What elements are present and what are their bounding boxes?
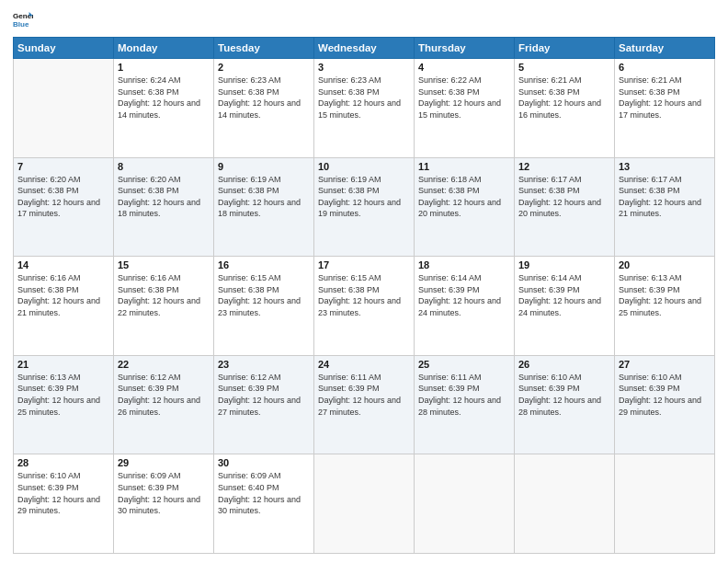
day-info: Sunrise: 6:15 AMSunset: 6:38 PMDaylight:…: [318, 272, 410, 318]
day-info: Sunrise: 6:12 AMSunset: 6:39 PMDaylight:…: [218, 372, 310, 418]
page: General Blue SundayMondayTuesdayWednesda…: [0, 0, 728, 563]
day-info: Sunrise: 6:09 AMSunset: 6:40 PMDaylight:…: [218, 470, 310, 516]
day-number: 14: [17, 259, 109, 270]
day-number: 11: [418, 161, 510, 172]
calendar-cell: 3Sunrise: 6:23 AMSunset: 6:38 PMDaylight…: [314, 59, 415, 158]
calendar-cell: 23Sunrise: 6:12 AMSunset: 6:39 PMDayligh…: [214, 355, 314, 454]
day-number: 7: [17, 161, 109, 172]
logo: General Blue: [13, 9, 36, 29]
day-info: Sunrise: 6:09 AMSunset: 6:39 PMDaylight:…: [118, 470, 210, 516]
day-info: Sunrise: 6:19 AMSunset: 6:38 PMDaylight:…: [318, 174, 410, 220]
day-number: 16: [218, 259, 310, 270]
calendar-cell: [314, 454, 415, 554]
day-number: 12: [518, 161, 610, 172]
header: General Blue: [13, 9, 715, 29]
col-header-sunday: Sunday: [14, 38, 114, 59]
day-info: Sunrise: 6:15 AMSunset: 6:38 PMDaylight:…: [218, 272, 310, 318]
day-info: Sunrise: 6:20 AMSunset: 6:38 PMDaylight:…: [17, 174, 109, 220]
calendar-cell: 29Sunrise: 6:09 AMSunset: 6:39 PMDayligh…: [114, 454, 214, 554]
calendar-cell: 8Sunrise: 6:20 AMSunset: 6:38 PMDaylight…: [114, 157, 214, 257]
day-number: 17: [318, 259, 410, 270]
day-number: 22: [118, 359, 210, 370]
day-info: Sunrise: 6:21 AMSunset: 6:38 PMDaylight:…: [619, 75, 711, 121]
calendar-cell: 5Sunrise: 6:21 AMSunset: 6:38 PMDaylight…: [515, 59, 615, 158]
calendar-cell: 17Sunrise: 6:15 AMSunset: 6:38 PMDayligh…: [314, 257, 415, 356]
day-info: Sunrise: 6:24 AMSunset: 6:38 PMDaylight:…: [118, 75, 210, 121]
day-info: Sunrise: 6:23 AMSunset: 6:38 PMDaylight:…: [218, 75, 310, 121]
day-number: 28: [17, 457, 109, 468]
day-number: 3: [318, 62, 410, 73]
day-number: 4: [418, 62, 510, 73]
day-info: Sunrise: 6:17 AMSunset: 6:38 PMDaylight:…: [518, 174, 610, 220]
day-number: 5: [518, 62, 610, 73]
day-info: Sunrise: 6:20 AMSunset: 6:38 PMDaylight:…: [118, 174, 210, 220]
day-info: Sunrise: 6:10 AMSunset: 6:39 PMDaylight:…: [518, 372, 610, 418]
calendar-table: SundayMondayTuesdayWednesdayThursdayFrid…: [13, 37, 715, 554]
col-header-wednesday: Wednesday: [314, 38, 415, 59]
day-info: Sunrise: 6:16 AMSunset: 6:38 PMDaylight:…: [118, 272, 210, 318]
calendar-cell: 18Sunrise: 6:14 AMSunset: 6:39 PMDayligh…: [415, 257, 515, 356]
day-info: Sunrise: 6:11 AMSunset: 6:39 PMDaylight:…: [318, 372, 410, 418]
day-number: 9: [218, 161, 310, 172]
col-header-monday: Monday: [114, 38, 214, 59]
col-header-thursday: Thursday: [415, 38, 515, 59]
calendar-cell: 21Sunrise: 6:13 AMSunset: 6:39 PMDayligh…: [14, 355, 114, 454]
day-number: 18: [418, 259, 510, 270]
day-number: 10: [318, 161, 410, 172]
calendar-cell: [515, 454, 615, 554]
calendar-cell: 22Sunrise: 6:12 AMSunset: 6:39 PMDayligh…: [114, 355, 214, 454]
calendar-cell: 11Sunrise: 6:18 AMSunset: 6:38 PMDayligh…: [415, 157, 515, 257]
calendar-cell: 16Sunrise: 6:15 AMSunset: 6:38 PMDayligh…: [214, 257, 314, 356]
col-header-saturday: Saturday: [615, 38, 715, 59]
day-info: Sunrise: 6:22 AMSunset: 6:38 PMDaylight:…: [418, 75, 510, 121]
col-header-friday: Friday: [515, 38, 615, 59]
calendar-cell: 14Sunrise: 6:16 AMSunset: 6:38 PMDayligh…: [14, 257, 114, 356]
calendar-cell: 10Sunrise: 6:19 AMSunset: 6:38 PMDayligh…: [314, 157, 415, 257]
calendar-cell: 30Sunrise: 6:09 AMSunset: 6:40 PMDayligh…: [214, 454, 314, 554]
calendar-cell: 28Sunrise: 6:10 AMSunset: 6:39 PMDayligh…: [14, 454, 114, 554]
day-info: Sunrise: 6:13 AMSunset: 6:39 PMDaylight:…: [619, 272, 711, 318]
day-number: 30: [218, 457, 310, 468]
day-info: Sunrise: 6:12 AMSunset: 6:39 PMDaylight:…: [118, 372, 210, 418]
day-number: 6: [619, 62, 711, 73]
day-info: Sunrise: 6:10 AMSunset: 6:39 PMDaylight:…: [17, 470, 109, 516]
calendar-cell: 26Sunrise: 6:10 AMSunset: 6:39 PMDayligh…: [515, 355, 615, 454]
svg-text:Blue: Blue: [13, 20, 29, 29]
col-header-tuesday: Tuesday: [214, 38, 314, 59]
calendar-cell: 12Sunrise: 6:17 AMSunset: 6:38 PMDayligh…: [515, 157, 615, 257]
day-number: 8: [118, 161, 210, 172]
day-number: 24: [318, 359, 410, 370]
calendar-cell: [615, 454, 715, 554]
day-number: 26: [518, 359, 610, 370]
day-info: Sunrise: 6:14 AMSunset: 6:39 PMDaylight:…: [418, 272, 510, 318]
calendar-cell: 25Sunrise: 6:11 AMSunset: 6:39 PMDayligh…: [415, 355, 515, 454]
calendar-cell: 4Sunrise: 6:22 AMSunset: 6:38 PMDaylight…: [415, 59, 515, 158]
calendar-cell: 9Sunrise: 6:19 AMSunset: 6:38 PMDaylight…: [214, 157, 314, 257]
calendar-cell: 2Sunrise: 6:23 AMSunset: 6:38 PMDaylight…: [214, 59, 314, 158]
day-number: 25: [418, 359, 510, 370]
day-info: Sunrise: 6:10 AMSunset: 6:39 PMDaylight:…: [619, 372, 711, 418]
day-info: Sunrise: 6:11 AMSunset: 6:39 PMDaylight:…: [418, 372, 510, 418]
day-number: 29: [118, 457, 210, 468]
calendar-cell: 20Sunrise: 6:13 AMSunset: 6:39 PMDayligh…: [615, 257, 715, 356]
calendar-cell: 1Sunrise: 6:24 AMSunset: 6:38 PMDaylight…: [114, 59, 214, 158]
day-number: 2: [218, 62, 310, 73]
calendar-cell: [14, 59, 114, 158]
calendar-cell: 27Sunrise: 6:10 AMSunset: 6:39 PMDayligh…: [615, 355, 715, 454]
day-number: 20: [619, 259, 711, 270]
day-info: Sunrise: 6:13 AMSunset: 6:39 PMDaylight:…: [17, 372, 109, 418]
day-info: Sunrise: 6:21 AMSunset: 6:38 PMDaylight:…: [518, 75, 610, 121]
calendar-cell: 13Sunrise: 6:17 AMSunset: 6:38 PMDayligh…: [615, 157, 715, 257]
calendar-cell: 24Sunrise: 6:11 AMSunset: 6:39 PMDayligh…: [314, 355, 415, 454]
day-info: Sunrise: 6:19 AMSunset: 6:38 PMDaylight:…: [218, 174, 310, 220]
calendar-cell: 19Sunrise: 6:14 AMSunset: 6:39 PMDayligh…: [515, 257, 615, 356]
calendar-cell: 15Sunrise: 6:16 AMSunset: 6:38 PMDayligh…: [114, 257, 214, 356]
calendar-cell: 6Sunrise: 6:21 AMSunset: 6:38 PMDaylight…: [615, 59, 715, 158]
calendar-cell: 7Sunrise: 6:20 AMSunset: 6:38 PMDaylight…: [14, 157, 114, 257]
day-number: 13: [619, 161, 711, 172]
day-number: 23: [218, 359, 310, 370]
day-number: 1: [118, 62, 210, 73]
day-info: Sunrise: 6:17 AMSunset: 6:38 PMDaylight:…: [619, 174, 711, 220]
logo-icon: General Blue: [13, 9, 33, 29]
day-info: Sunrise: 6:14 AMSunset: 6:39 PMDaylight:…: [518, 272, 610, 318]
